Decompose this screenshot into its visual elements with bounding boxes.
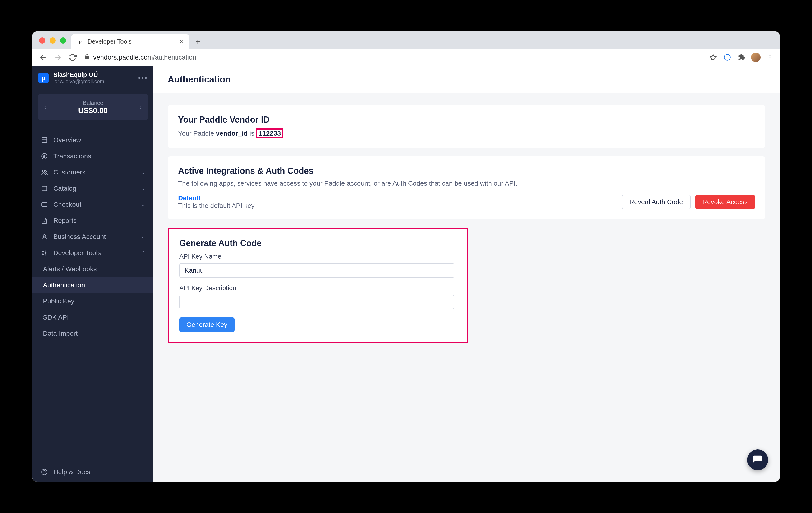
chevron-down-icon: ⌄ [141,202,145,208]
sidebar-item-label: Catalog [53,185,76,192]
chat-fab[interactable] [747,450,768,470]
sidebar-item-label: Business Account [53,233,106,241]
api-key-name-input[interactable] [179,263,454,278]
user-icon [40,233,48,241]
paddle-logo-icon: p [38,73,49,83]
star-icon[interactable] [708,53,718,62]
sidebar-subitem-public-key[interactable]: Public Key [32,293,153,309]
integrations-subtitle: The following apps, services have access… [178,180,755,187]
svg-point-2 [770,57,771,58]
svg-rect-8 [42,186,47,191]
sidebar-item-reports[interactable]: Reports [32,213,153,229]
card-icon [40,201,48,208]
page-title: Authentication [168,74,765,85]
org-switcher[interactable]: p SlashEquip OÜ loris.leiva@gmail.com ••… [32,66,153,90]
chevron-right-icon[interactable]: › [140,103,142,111]
chat-icon [752,455,763,465]
browser-toolbar: vendors.paddle.com/authentication [32,49,780,66]
settings-icon [40,249,48,257]
vendor-id-card: Your Paddle Vendor ID Your Paddle vendor… [168,105,765,148]
close-tab-icon[interactable]: × [179,38,184,45]
back-button[interactable] [37,52,49,63]
profile-avatar[interactable] [751,53,760,62]
sidebar-item-label: Transactions [53,152,91,160]
sidebar-item-customers[interactable]: Customers⌄ [32,164,153,180]
org-menu-icon[interactable]: ••• [138,74,148,82]
svg-point-3 [770,59,771,60]
forward-button[interactable] [52,52,64,63]
generate-key-button[interactable]: Generate Key [179,318,235,332]
sidebar-item-developer-tools[interactable]: Developer Tools⌃ [32,245,153,261]
url-text: vendors.paddle.com/authentication [93,54,196,61]
sidebar-item-business-account[interactable]: Business Account⌄ [32,229,153,245]
org-name: SlashEquip OÜ [53,71,104,79]
svg-rect-9 [41,203,47,207]
users-icon [40,169,48,176]
generate-auth-code-card: Generate Auth Code API Key Name API Key … [168,228,468,343]
sidebar-item-label: Overview [53,136,81,144]
sidebar-item-label: Reports [53,217,77,224]
sidebar-item-catalog[interactable]: Catalog⌄ [32,180,153,197]
dollar-icon [40,152,48,160]
sidebar-nav: Overview Transactions Customers⌄ Catalog… [32,124,153,462]
sidebar-item-label: Alerts / Webhooks [43,265,97,273]
balance-card[interactable]: ‹ Balance US$0.00 › [38,94,148,120]
sidebar: p SlashEquip OÜ loris.leiva@gmail.com ••… [32,66,153,482]
catalog-icon [40,185,48,192]
sidebar-item-label: Public Key [43,298,74,305]
browser-tab[interactable]: p Developer Tools × [71,34,190,49]
sidebar-item-checkout[interactable]: Checkout⌄ [32,197,153,213]
minimize-window-icon[interactable] [50,37,56,43]
sidebar-subitem-data-import[interactable]: Data Import [32,326,153,341]
integration-row: Default This is the default API key Reve… [178,194,755,210]
api-key-name-label: API Key Name [179,253,457,260]
page-header: Authentication [153,66,780,93]
sidebar-item-label: Checkout [53,201,81,208]
svg-point-10 [43,235,45,237]
sidebar-item-label: Data Import [43,330,78,337]
integrations-title: Active Integrations & Auth Codes [178,166,755,176]
revoke-access-button[interactable]: Revoke Access [695,194,755,209]
extensions-icon[interactable] [737,53,746,62]
sidebar-subitem-authentication[interactable]: Authentication [32,277,153,293]
kebab-menu-icon[interactable] [765,53,775,62]
svg-point-7 [45,171,47,172]
svg-rect-4 [42,138,47,143]
chevron-left-icon[interactable]: ‹ [45,103,47,111]
api-key-desc-label: API Key Description [179,284,457,292]
tab-title: Developer Tools [88,38,176,45]
org-email: loris.leiva@gmail.com [53,79,104,85]
integrations-card: Active Integrations & Auth Codes The fol… [168,156,765,219]
address-bar[interactable]: vendors.paddle.com/authentication [81,52,705,63]
main-content: Authentication Your Paddle Vendor ID You… [153,66,780,482]
sidebar-subitem-sdk-api[interactable]: SDK API [32,309,153,326]
sidebar-subitem-alerts[interactable]: Alerts / Webhooks [32,261,153,277]
api-key-desc-input[interactable] [179,295,454,309]
integration-name[interactable]: Default [178,194,617,202]
svg-point-6 [42,170,45,172]
help-docs-link[interactable]: Help & Docs [32,462,153,482]
svg-point-13 [42,254,44,255]
browser-tabstrip: p Developer Tools × + [32,31,780,49]
chevron-down-icon: ⌄ [141,169,145,175]
svg-point-1 [770,55,771,56]
help-docs-label: Help & Docs [53,468,90,476]
sidebar-item-overview[interactable]: Overview [32,132,153,148]
chevron-down-icon: ⌄ [141,185,145,191]
sidebar-item-transactions[interactable]: Transactions [32,148,153,164]
new-tab-button[interactable]: + [192,35,204,48]
onepassword-icon[interactable] [723,53,732,62]
window-controls [39,37,66,43]
svg-point-12 [45,252,47,254]
chevron-down-icon: ⌄ [141,234,145,240]
reveal-auth-code-button[interactable]: Reveal Auth Code [622,194,691,209]
reports-icon [40,217,48,224]
dashboard-icon [40,136,48,144]
chevron-up-icon: ⌃ [141,250,145,256]
close-window-icon[interactable] [39,37,45,43]
svg-point-11 [42,251,44,252]
sidebar-item-label: SDK API [43,314,69,321]
maximize-window-icon[interactable] [60,37,66,43]
reload-button[interactable] [67,52,79,63]
vendor-card-title: Your Paddle Vendor ID [178,115,755,125]
